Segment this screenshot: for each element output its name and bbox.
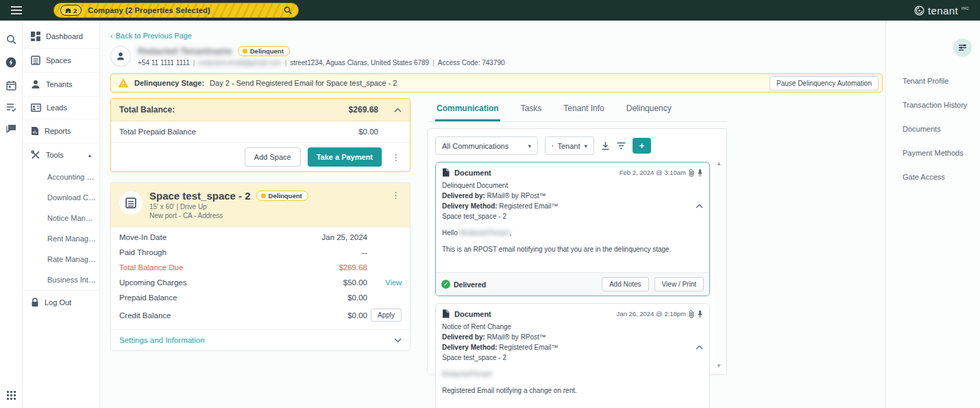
back-link-label: Back to Previous Page [116,32,192,40]
kebab-menu-icon[interactable]: ⋮ [389,190,403,219]
filter-icon[interactable] [617,142,626,149]
kebab-menu-icon[interactable]: ⋮ [389,152,403,163]
sidebar-item-label: Leads [47,104,67,112]
sidebar-subitem-business-intelligence[interactable]: Business Intelligen... [23,269,99,290]
communication-card-delinquent-document[interactable]: Document Feb 2, 2024 @ 3:10am Delinquent… [435,162,710,296]
sidebar-item-reports[interactable]: Reports [23,119,99,143]
add-notes-button[interactable]: Add Notes [602,277,649,291]
link-tenant-profile[interactable]: Tenant Profile [903,77,980,85]
link-gate-access[interactable]: Gate Access [903,173,980,181]
quick-actions-icon[interactable] [5,57,16,68]
collapse-caret-icon[interactable]: ▴ [88,152,91,158]
tasks-checklist-icon[interactable] [6,103,16,112]
sidebar-item-tenants[interactable]: Tenants [23,73,99,97]
delivered-by-value: RMail® by RPost™ [487,192,546,200]
lock-icon [31,298,39,307]
report-document-icon [31,126,39,136]
sidebar-item-label: Spaces [46,56,71,64]
communications-filter-dropdown[interactable]: All Communications ▾ [435,136,538,155]
add-communication-button[interactable]: + [633,138,651,154]
tenant-address: street1234, Aguas Claras, United States … [290,59,429,67]
row-value: -- [285,248,367,256]
greeting: Hello [442,229,458,237]
sidebar-subitem-accounting-export[interactable]: Accounting Export [23,167,99,187]
spaces-icon [31,56,40,65]
collapse-chevron-icon[interactable] [378,108,402,112]
communication-card-rent-change[interactable]: Document Jan 26, 2024 @ 2:18pm Notice of… [435,303,710,408]
collapse-chevron-icon[interactable] [696,345,703,350]
sidebar-item-logout[interactable]: Log Out [23,290,99,314]
tenant-phone: +54 11 1111 1111 [138,59,190,67]
badge-label: Delinquent [269,192,302,200]
pause-delinquency-automation-button[interactable]: Pause Delinquency Automation [770,76,879,91]
recipient-name-redacted: RedactedTenant [442,370,492,378]
delivery-method-value: Registered Email™ [499,202,558,210]
download-icon[interactable] [601,141,610,150]
pin-icon[interactable] [697,310,703,318]
communication-message: This is an RPOST email notifying you tha… [442,244,689,254]
row-value: $0.00 [296,128,378,136]
link-payment-methods[interactable]: Payment Methods [903,149,980,157]
tab-communication[interactable]: Communication [435,98,500,121]
add-space-button[interactable]: Add Space [245,147,301,167]
paperclip-icon[interactable] [689,310,694,318]
take-a-payment-button[interactable]: Take a Payment [308,147,382,167]
warning-icon [118,78,129,88]
tools-icon [31,150,40,160]
search-icon[interactable] [284,6,292,14]
sidebar-item-dashboard[interactable]: Dashboard [23,25,99,49]
status-dot [243,49,247,53]
space-dimensions: 15' x 60' | Drive Up [149,203,308,211]
dashboard-icon [31,32,40,41]
sidebar-item-leads[interactable]: Leads [23,97,99,119]
tab-delinquency[interactable]: Delinquency [625,98,673,121]
brand-name: tenant [928,5,958,16]
tab-tasks[interactable]: Tasks [519,98,543,121]
detail-tabs: Communication Tasks Tenant Info Delinque… [427,98,727,122]
audience-dropdown[interactable]: Tenant ▾ [545,136,594,155]
tenant-name-redacted: Redacted Tenantname [138,46,232,56]
link-documents[interactable]: Documents [903,125,980,133]
communication-type: Document [454,310,491,318]
back-to-previous-page-link[interactable]: ‹ Back to Previous Page [110,32,192,40]
row-label: Paid Through [119,248,285,256]
delinquent-status-badge: Delinquent [238,46,290,56]
person-icon [31,80,40,89]
delivery-method-label: Delivery Method: [442,202,498,210]
apply-credit-button[interactable]: Apply [371,309,402,322]
view-upcoming-charges-link[interactable]: View [385,278,402,287]
collapse-chevron-icon[interactable] [696,204,703,208]
row-label: Upcoming Charges [119,278,285,287]
space-detail-rows: Move-In Date Jan 25, 2024 Paid Through -… [111,228,410,325]
view-print-button[interactable]: View / Print [654,277,704,291]
pin-icon[interactable] [697,169,703,177]
search-icon[interactable] [6,34,16,45]
row-value: Jan 25, 2024 [285,233,367,241]
property-selector[interactable]: 2 Company (2 Properties Selected) [53,3,299,18]
settings-and-information-toggle[interactable]: Settings and Information [111,329,410,350]
sidebar-item-tools[interactable]: Tools ▴ [23,143,99,167]
link-transaction-history[interactable]: Transaction History [903,101,980,109]
calendar-icon[interactable] [6,80,16,91]
apps-grid-icon[interactable] [7,391,16,400]
hamburger-menu-icon[interactable] [11,6,22,14]
communication-controls: All Communications ▾ Tenant ▾ [435,136,710,155]
scroll-down-arrow[interactable]: ▼ [716,363,722,369]
sidebar-subitem-rate-management[interactable]: Rate Management [23,249,99,269]
delivery-status: ✓ Delivered [441,280,486,289]
scrollbar[interactable]: ▲ ▼ [715,160,723,369]
sidebar-subitem-notice-manager[interactable]: Notice Manager [23,208,99,228]
banner-label: Delinquency Stage: [134,79,204,87]
sidebar-item-spaces[interactable]: Spaces [23,49,99,73]
row-label: Total Prepaid Balance [119,128,296,136]
sidebar-subitem-download-center[interactable]: Download Center [23,187,99,208]
row-value: $50.00 [285,278,367,287]
sidebar-subitem-rent-management[interactable]: Rent Management [23,228,99,249]
scroll-up-arrow[interactable]: ▲ [716,160,722,167]
tune-filter-icon[interactable] [953,38,972,57]
tab-tenant-info[interactable]: Tenant Info [562,98,605,121]
communication-subject: Delinquent Document [442,180,689,191]
paperclip-icon[interactable] [689,169,694,177]
chat-icon[interactable] [6,124,16,134]
access-code: Access Code: 743790 [438,59,505,67]
